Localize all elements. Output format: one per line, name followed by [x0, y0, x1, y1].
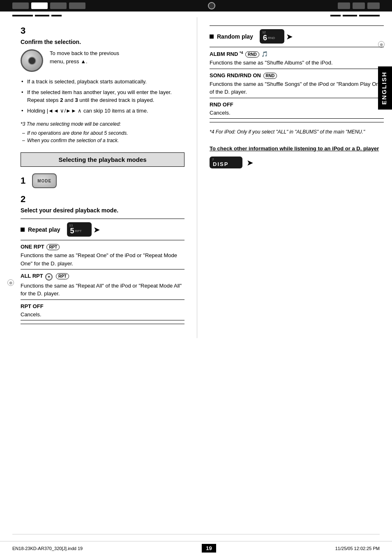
page-container: ⊕ ⊕ 3 Confirm the selection. To move bac… [0, 0, 392, 555]
bar-block-4 [69, 2, 85, 9]
to-check-display-row: 7 DISP ➤ [210, 157, 384, 168]
random-display-val: 6 [263, 34, 267, 42]
bar-block-1 [12, 2, 29, 9]
random-play-section: Random play 12 6 RND ➤ ALBM RND *4 RND [210, 25, 384, 122]
repeat-display: 11 5 RPT [67, 222, 92, 237]
rnd-off-section: RND OFF Cancels. [210, 98, 384, 119]
step-3-text-line2: menu, press ▲. [50, 58, 88, 64]
disp-label: DISP [213, 161, 228, 167]
one-rpt-body: Functions the same as "Repeat One" of th… [21, 251, 184, 267]
all-rpt-title: ALL RPT ● RPT [21, 273, 184, 281]
repeat-display-val: 5 [70, 227, 74, 235]
rpt-off-body: Cancels. [21, 311, 184, 319]
rpt-off-section: RPT OFF Cancels. [21, 299, 184, 321]
step-3-row: To move back to the previous menu, press… [21, 49, 184, 72]
repeat-play-square [21, 228, 25, 232]
left-margin-mark: ⊕ [7, 279, 14, 286]
page-number: 19 [202, 544, 216, 553]
rpt-off-title: RPT OFF [21, 303, 184, 309]
random-play-header: Random play 12 6 RND ➤ [210, 29, 384, 44]
step-3-text-line1: To move back to the previous [50, 50, 119, 56]
repeat-arrow: ➤ [93, 225, 100, 235]
all-rpt-body: Functions the same as "Repeat All" of th… [21, 282, 184, 298]
bullet-list: If a track is selected, playback starts … [21, 78, 184, 115]
song-rnd-section: SONG RND/RND ON RND Functions the same a… [210, 69, 384, 98]
albm-rnd-title: ALBM RND *4 RND 🎵 [210, 51, 384, 58]
footer-right-text: 11/25/05 12:02:25 PM [335, 546, 380, 551]
step-1-number: 1 [21, 175, 25, 186]
content-columns: 3 Confirm the selection. To move back to… [0, 17, 392, 338]
top-bar-circle-left [208, 2, 215, 9]
selecting-box-title: Selecting the playback modes [58, 156, 146, 163]
random-display-label: RND [268, 36, 275, 40]
albm-rnd-body: Functions the same as "Shuffle Albums" o… [210, 59, 384, 67]
disp-display: 7 DISP [210, 157, 242, 168]
rnd-off-body: Cancels. [210, 109, 384, 117]
random-arrow: ➤ [286, 32, 293, 41]
song-rnd-title: SONG RND/RND ON RND [210, 72, 384, 79]
random-footnote4: *4 For iPod: Only if you select "ALL" in… [210, 128, 384, 136]
section-3-title: Confirm the selection. [21, 39, 184, 45]
english-sidebar-label: ENGLISH [378, 67, 392, 110]
bullet-item-2: If the selected item has another layer, … [21, 88, 184, 104]
bar-block-r2 [353, 2, 365, 9]
rnd-off-title: RND OFF [210, 101, 384, 108]
random-play-square [210, 35, 214, 39]
albm-rnd-section: ALBM RND *4 RND 🎵 Functions the same as … [210, 47, 384, 69]
bottom-separator [12, 534, 380, 534]
song-rnd-body: Functions the same as "Shuffle Songs" of… [210, 80, 384, 96]
one-rpt-title: ONE RPT RPT [21, 244, 184, 250]
one-rpt-badge: RPT [46, 244, 60, 250]
all-rpt-section: ALL RPT ● RPT Functions the same as "Rep… [21, 269, 184, 299]
step-2-number: 2 [21, 194, 184, 205]
thin-bar-lines [0, 15, 392, 16]
mode-knob[interactable]: MODE [32, 173, 57, 188]
mode-knob-label: MODE [37, 179, 51, 183]
song-rnd-badge: RND [263, 73, 277, 79]
bullet-item-1: If a track is selected, playback starts … [21, 78, 184, 86]
footnote-star3: *3 The menu selecting mode will be cance… [21, 120, 184, 128]
repeat-play-section: Repeat play 11 5 RPT ➤ ONE RPT RPT Fu [21, 219, 184, 324]
right-column: ENGLISH Random play 12 6 RND ➤ [197, 17, 392, 338]
to-check-section: To check other information while listeni… [210, 145, 384, 168]
bullet-item-3: Holding |◄◄ ∨/►► ∧ can skip 10 items at … [21, 107, 184, 115]
disp-num: 7 [212, 158, 214, 161]
disp-arrow: ➤ [247, 158, 254, 168]
repeat-display-label: RPT [75, 229, 82, 233]
footer-left-text: EN18-23KD-AR370_320[J].indd 19 [12, 546, 83, 551]
knob-inner [28, 57, 36, 65]
navigation-knob [21, 49, 43, 72]
step-1-row: 1 MODE [21, 173, 184, 188]
footnote-sub1: If no operations are done for about 5 se… [21, 129, 184, 137]
left-column: 3 Confirm the selection. To move back to… [0, 17, 197, 338]
step-2-title: Select your desired playback mode. [21, 207, 184, 214]
bar-block-2 [31, 2, 48, 9]
step-3-text: To move back to the previous menu, press… [50, 49, 119, 65]
albm-rnd-badge: RND [245, 51, 259, 58]
to-check-title: To check other information while listeni… [210, 145, 384, 152]
bar-block-3 [50, 2, 67, 9]
repeat-play-label: Repeat play [28, 226, 60, 233]
section-3-number: 3 [21, 25, 184, 36]
all-rpt-badge2: RPT [56, 273, 69, 279]
albm-rnd-star: *4 [240, 51, 243, 55]
top-bar-right [338, 2, 380, 9]
footnote-sub2: When you confirm the selection of a trac… [21, 137, 184, 144]
top-decorative-bar [0, 0, 392, 12]
random-display-num: 12 [262, 30, 266, 34]
bottom-footer: EN18-23KD-AR370_320[J].indd 19 19 11/25/… [0, 541, 392, 555]
repeat-play-header: Repeat play 11 5 RPT ➤ [21, 222, 184, 237]
random-display: 12 6 RND [260, 29, 284, 44]
bar-block-r1 [338, 2, 350, 9]
all-rpt-badge1: ● [45, 273, 53, 281]
random-play-label: Random play [217, 33, 253, 40]
albm-rnd-icon: 🎵 [261, 51, 268, 57]
selecting-playback-modes-box: Selecting the playback modes [21, 152, 184, 167]
top-bar-left [12, 2, 85, 9]
bar-block-r3 [367, 2, 380, 9]
repeat-display-num: 11 [69, 223, 73, 227]
one-rpt-section: ONE RPT RPT Functions the same as "Repea… [21, 240, 184, 269]
